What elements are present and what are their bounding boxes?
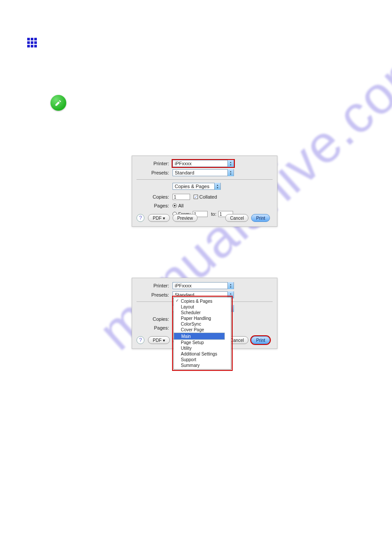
printer-value: iPFxxxx (175, 161, 192, 166)
select-arrows-icon: ▴▾ (227, 169, 234, 176)
menu-item[interactable]: Paper Handling (174, 316, 231, 321)
copies-input[interactable]: 1 (173, 194, 190, 200)
help-button[interactable]: ? (137, 336, 144, 344)
collated-label: Collated (199, 194, 217, 200)
copies-label: Copies: (132, 316, 173, 322)
menu-item[interactable]: Layout (174, 304, 231, 310)
presets-label: Presets: (132, 170, 173, 175)
help-button[interactable]: ? (137, 214, 144, 222)
pdf-button[interactable]: PDF ▾ (148, 214, 170, 222)
presets-select[interactable]: Standard ▴▾ (173, 169, 234, 176)
app-grid-icon (27, 38, 37, 47)
panel-select[interactable]: Copies & Pages ▴▾ (173, 183, 221, 190)
menu-item[interactable]: Copies & Pages (174, 298, 231, 304)
copies-label: Copies: (132, 194, 173, 200)
collated-checkbox[interactable]: ✓ (194, 195, 198, 199)
print-dialog-1: Printer: iPFxxxx ▴▾ Presets: Standard ▴▾… (132, 156, 277, 227)
printer-label: Printer: (132, 161, 173, 166)
presets-label: Presets: (132, 292, 173, 297)
pages-label: Pages: (132, 325, 173, 330)
print-dialog-2: Printer: iPFxxxx ▴▾ Presets: Standard ▴▾… (132, 278, 277, 349)
printer-value: iPFxxxx (175, 283, 192, 288)
printer-select[interactable]: iPFxxxx ▴▾ (173, 160, 234, 167)
menu-item[interactable]: Additional Settings (174, 351, 231, 357)
preview-button[interactable]: Preview (173, 214, 198, 222)
pdf-button[interactable]: PDF ▾ (148, 336, 170, 344)
panel-dropdown-menu[interactable]: Copies & PagesLayoutSchedulerPaper Handl… (173, 297, 231, 370)
menu-item[interactable]: Support (174, 357, 231, 363)
pages-all-radio[interactable] (173, 203, 177, 208)
note-badge-icon (50, 95, 66, 111)
pages-all-label: All (178, 203, 183, 208)
copies-value: 1 (174, 195, 176, 200)
menu-item[interactable]: Utility (174, 345, 231, 351)
pages-label: Pages: (132, 203, 173, 208)
printer-select[interactable]: iPFxxxx ▴▾ (173, 282, 234, 289)
presets-value: Standard (175, 170, 194, 175)
menu-item[interactable]: Page Setup (174, 340, 231, 345)
menu-item[interactable]: Cover Page (174, 327, 231, 333)
menu-item[interactable]: Summary (174, 363, 231, 368)
menu-item[interactable]: Main (174, 333, 225, 340)
print-button[interactable]: Print (251, 336, 270, 344)
printer-label: Printer: (132, 283, 173, 288)
menu-item[interactable]: Scheduler (174, 310, 231, 316)
cancel-button[interactable]: Cancel (225, 214, 248, 222)
menu-item[interactable]: ColorSync (174, 321, 231, 327)
panel-value: Copies & Pages (175, 184, 209, 189)
print-button[interactable]: Print (251, 214, 270, 222)
select-arrows-icon: ▴▾ (227, 282, 234, 289)
divider (137, 179, 273, 180)
select-arrows-icon: ▴▾ (227, 160, 234, 167)
select-arrows-icon: ▴▾ (214, 183, 220, 190)
